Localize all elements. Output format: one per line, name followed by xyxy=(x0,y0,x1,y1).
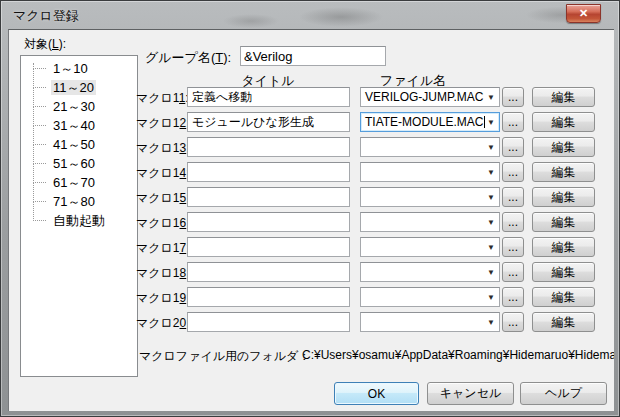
browse-file-button[interactable]: ... xyxy=(502,112,524,132)
macro-title-input[interactable] xyxy=(187,112,350,132)
edit-macro-button[interactable]: 編集 xyxy=(532,137,595,157)
macro-file-combo[interactable]: ▼ xyxy=(360,262,500,282)
macro-file-value: VERILOG-JUMP.MAC xyxy=(365,90,483,104)
target-list-item-label: 1～10 xyxy=(51,61,90,76)
dialog-client-area: 対象(L): 1～1011～2021～3031～4041～5051～6061～7… xyxy=(8,29,614,411)
help-button[interactable]: ヘルプ xyxy=(520,382,607,405)
edit-macro-button[interactable]: 編集 xyxy=(532,112,595,132)
macro-row: マクロ17:▼...編集 xyxy=(9,237,614,259)
macro-row: マクロ18:▼...編集 xyxy=(9,262,614,284)
macro-title-input[interactable] xyxy=(187,237,350,257)
macro-row-label: マクロ20: xyxy=(136,315,190,332)
macro-file-combo[interactable]: ▼ xyxy=(360,137,500,157)
chevron-down-icon[interactable]: ▼ xyxy=(487,113,495,131)
macro-file-combo[interactable]: ▼ xyxy=(360,162,500,182)
browse-file-button[interactable]: ... xyxy=(502,212,524,232)
chevron-down-icon[interactable]: ▼ xyxy=(487,188,495,206)
edit-macro-button[interactable]: 編集 xyxy=(532,237,595,257)
group-name-input[interactable] xyxy=(240,46,386,66)
chevron-down-icon[interactable]: ▼ xyxy=(487,288,495,306)
macro-file-combo[interactable]: ▼ xyxy=(360,187,500,207)
chevron-down-icon[interactable]: ▼ xyxy=(487,138,495,156)
edit-macro-button[interactable]: 編集 xyxy=(532,162,595,182)
macro-title-input[interactable] xyxy=(187,137,350,157)
macro-row-label: マクロ13: xyxy=(136,140,190,157)
browse-file-button[interactable]: ... xyxy=(502,312,524,332)
macro-folder-path: C:¥Users¥osamu¥AppData¥Roaming¥Hidemaruo… xyxy=(302,348,614,362)
text-caret xyxy=(484,116,485,128)
macro-row: マクロ13:▼...編集 xyxy=(9,137,614,159)
macro-row-label: マクロ14: xyxy=(136,165,190,182)
macro-title-input[interactable] xyxy=(187,87,350,107)
close-icon: ✕ xyxy=(579,7,588,19)
macro-row: マクロ16:▼...編集 xyxy=(9,212,614,234)
macro-file-combo[interactable]: TIATE-MODULE.MAC▼ xyxy=(360,112,500,132)
edit-macro-button[interactable]: 編集 xyxy=(532,87,595,107)
target-list-label: 対象(L): xyxy=(24,36,66,53)
macro-row: マクロ15:▼...編集 xyxy=(9,187,614,209)
browse-file-button[interactable]: ... xyxy=(502,87,524,107)
macro-file-combo[interactable]: ▼ xyxy=(360,237,500,257)
ok-button[interactable]: OK xyxy=(334,382,419,405)
chevron-down-icon[interactable]: ▼ xyxy=(487,163,495,181)
macro-row: マクロ11:VERILOG-JUMP.MAC▼...編集 xyxy=(9,87,614,109)
close-button[interactable]: ✕ xyxy=(566,4,601,23)
macro-row: マクロ14:▼...編集 xyxy=(9,162,614,184)
edit-macro-button[interactable]: 編集 xyxy=(532,312,595,332)
browse-file-button[interactable]: ... xyxy=(502,137,524,157)
macro-title-input[interactable] xyxy=(187,312,350,332)
macro-row-label: マクロ19: xyxy=(136,290,190,307)
macro-title-input[interactable] xyxy=(187,162,350,182)
macro-title-input[interactable] xyxy=(187,212,350,232)
chevron-down-icon[interactable]: ▼ xyxy=(487,238,495,256)
chevron-down-icon[interactable]: ▼ xyxy=(487,313,495,331)
group-name-label: グループ名(T): xyxy=(145,49,231,67)
macro-row-label: マクロ11: xyxy=(136,90,189,107)
window-title: マクロ登録 xyxy=(13,7,79,25)
macro-folder-label: マクロファイル用のフォルダ： xyxy=(139,348,310,365)
title-bar[interactable]: マクロ登録 ✕ xyxy=(1,1,619,29)
chevron-down-icon[interactable]: ▼ xyxy=(487,213,495,231)
macro-title-input[interactable] xyxy=(187,187,350,207)
chevron-down-icon[interactable]: ▼ xyxy=(487,263,495,281)
macro-file-combo[interactable]: ▼ xyxy=(360,212,500,232)
browse-file-button[interactable]: ... xyxy=(502,237,524,257)
macro-row-label: マクロ18: xyxy=(136,265,190,282)
macro-file-combo[interactable]: VERILOG-JUMP.MAC▼ xyxy=(360,87,500,107)
macro-row-label: マクロ17: xyxy=(136,240,190,257)
macro-file-combo[interactable]: ▼ xyxy=(360,312,500,332)
macro-row: マクロ12:TIATE-MODULE.MAC▼...編集 xyxy=(9,112,614,134)
macro-file-combo[interactable]: ▼ xyxy=(360,287,500,307)
macro-row: マクロ19:▼...編集 xyxy=(9,287,614,309)
cancel-button[interactable]: キャンセル xyxy=(427,382,514,405)
browse-file-button[interactable]: ... xyxy=(502,187,524,207)
macro-row-label: マクロ16: xyxy=(136,215,190,232)
macro-title-input[interactable] xyxy=(187,262,350,282)
edit-macro-button[interactable]: 編集 xyxy=(532,287,595,307)
target-list-item[interactable]: 1～10 xyxy=(27,59,137,78)
chevron-down-icon[interactable]: ▼ xyxy=(487,88,495,106)
browse-file-button[interactable]: ... xyxy=(502,262,524,282)
edit-macro-button[interactable]: 編集 xyxy=(532,212,595,232)
macro-title-input[interactable] xyxy=(187,287,350,307)
edit-macro-button[interactable]: 編集 xyxy=(532,262,595,282)
browse-file-button[interactable]: ... xyxy=(502,287,524,307)
macro-row-label: マクロ12: xyxy=(136,115,190,132)
macro-row: マクロ20:▼...編集 xyxy=(9,312,614,334)
browse-file-button[interactable]: ... xyxy=(502,162,524,182)
macro-file-value: TIATE-MODULE.MAC xyxy=(365,115,483,129)
macro-row-label: マクロ15: xyxy=(136,190,190,207)
edit-macro-button[interactable]: 編集 xyxy=(532,187,595,207)
macro-registration-dialog: マクロ登録 ✕ 対象(L): 1～1011～2021～3031～4041～505… xyxy=(0,0,620,417)
